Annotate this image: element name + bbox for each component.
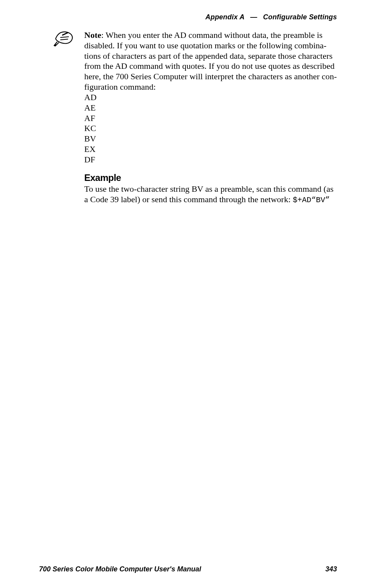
note-code-item: KC — [84, 123, 337, 134]
footer-page-number: 343 — [325, 565, 337, 573]
note-block: Note: When you enter the AD command with… — [84, 30, 337, 165]
svg-rect-0 — [62, 32, 69, 36]
footer-manual-title: 700 Series Color Mobile Computer User's … — [39, 565, 201, 573]
note-code-item: AF — [84, 113, 337, 124]
note-code-item: BV — [84, 134, 337, 144]
note-code-item: EX — [84, 144, 337, 155]
example-body: To use the two-character string BV as a … — [84, 184, 337, 205]
note-code-item: AE — [84, 103, 337, 113]
example-heading: Example — [84, 172, 337, 183]
note-label: Note — [84, 30, 101, 40]
page-header: Appendix A — Configurable Settings — [206, 13, 337, 21]
svg-rect-1 — [60, 36, 69, 38]
page-footer: 700 Series Color Mobile Computer User's … — [39, 565, 337, 573]
header-section: Configurable Settings — [263, 13, 337, 21]
example-command: $+AD“BV” — [293, 196, 330, 205]
svg-rect-2 — [60, 39, 68, 40]
note-code-item: AD — [84, 92, 337, 103]
note-icon — [53, 30, 75, 46]
note-code-item: DF — [84, 155, 337, 165]
main-content: Note: When you enter the AD command with… — [84, 30, 337, 205]
header-appendix: Appendix A — [206, 13, 245, 21]
note-code-list: AD AE AF KC BV EX DF — [84, 92, 337, 165]
note-body: : When you enter the AD command without … — [84, 30, 337, 92]
header-dash: — — [250, 13, 257, 21]
